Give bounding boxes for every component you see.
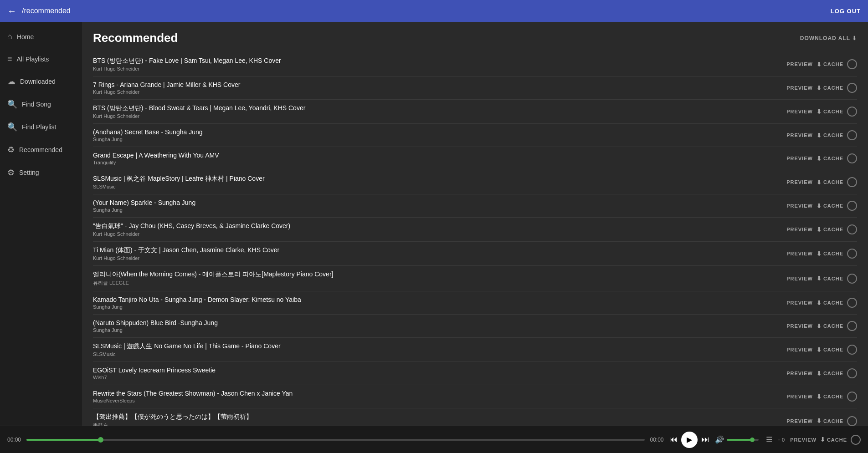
- cache-label: CACHE: [823, 156, 843, 161]
- circle-button[interactable]: [847, 392, 857, 402]
- cache-icon: ⬇: [817, 393, 822, 400]
- home-icon: ⌂: [7, 32, 12, 41]
- cache-label: CACHE: [823, 61, 843, 67]
- song-actions: PREVIEW ⬇ CACHE: [786, 83, 857, 93]
- song-title: 엘리니아(When the Morning Comes) - 메이플스토리 피아…: [93, 270, 786, 279]
- progress-thumb: [98, 437, 103, 443]
- cache-button[interactable]: ⬇ CACHE: [817, 61, 843, 68]
- song-artist: Tranquility: [93, 160, 786, 165]
- circle-button[interactable]: [847, 130, 857, 140]
- preview-button[interactable]: PREVIEW: [786, 300, 813, 305]
- song-actions: PREVIEW ⬇ CACHE: [786, 107, 857, 117]
- cache-label: CACHE: [823, 394, 843, 399]
- cache-button[interactable]: ⬇ CACHE: [817, 226, 843, 233]
- preview-button[interactable]: PREVIEW: [786, 132, 813, 138]
- player-preview-btn[interactable]: PREVIEW: [790, 437, 817, 443]
- preview-button[interactable]: PREVIEW: [786, 61, 813, 67]
- preview-button[interactable]: PREVIEW: [786, 156, 813, 161]
- cache-button[interactable]: ⬇ CACHE: [817, 250, 843, 257]
- sidebar-label-all-playlists: All Playlists: [17, 56, 49, 63]
- cache-button[interactable]: ⬇ CACHE: [817, 275, 843, 282]
- circle-button[interactable]: [847, 201, 857, 211]
- circle-button[interactable]: [847, 345, 857, 355]
- song-artist: Sungha Jung: [93, 207, 786, 213]
- preview-button[interactable]: PREVIEW: [786, 347, 813, 352]
- cache-button[interactable]: ⬇ CACHE: [817, 179, 843, 186]
- sidebar-item-downloaded[interactable]: ☁ Downloaded: [0, 70, 82, 93]
- preview-button[interactable]: PREVIEW: [786, 251, 813, 256]
- player-cache-btn[interactable]: ⬇ CACHE: [820, 436, 847, 443]
- circle-button[interactable]: [847, 107, 857, 117]
- cache-button[interactable]: ⬇ CACHE: [817, 132, 843, 139]
- time-end: 00:00: [650, 437, 664, 443]
- cache-button[interactable]: ⬇ CACHE: [817, 108, 843, 115]
- circle-button[interactable]: [847, 224, 857, 234]
- song-artist: Sungha Jung: [93, 327, 786, 333]
- volume-fill: [727, 439, 752, 441]
- download-all-button[interactable]: DOWNLOAD ALL ⬇: [800, 35, 857, 41]
- volume-icon[interactable]: 🔊: [715, 435, 724, 444]
- cache-button[interactable]: ⬇ CACHE: [817, 393, 843, 400]
- cache-button[interactable]: ⬇ CACHE: [817, 323, 843, 330]
- song-title: "告白氣球" - Jay Chou (KHS, Casey Breves, & …: [93, 222, 786, 230]
- song-artist: Wish7: [93, 375, 786, 380]
- preview-button[interactable]: PREVIEW: [786, 109, 813, 114]
- circle-button[interactable]: [847, 321, 857, 331]
- circle-button[interactable]: [847, 59, 857, 69]
- progress-bar[interactable]: [26, 439, 644, 441]
- song-artist: Kurt Hugo Schneider: [93, 231, 786, 237]
- song-actions: PREVIEW ⬇ CACHE: [786, 177, 857, 187]
- cache-label: CACHE: [823, 132, 843, 138]
- cache-button[interactable]: ⬇ CACHE: [817, 346, 843, 353]
- find-song-icon: 🔍: [7, 99, 17, 109]
- cache-button[interactable]: ⬇ CACHE: [817, 370, 843, 377]
- player: 00:00 00:00 ⏮ ▶ ⏭ 🔊 ☰ ≡ 0 PREVIEW ⬇ CACH…: [0, 426, 868, 453]
- preview-button[interactable]: PREVIEW: [786, 323, 813, 329]
- cache-button[interactable]: ⬇ CACHE: [817, 203, 843, 209]
- preview-button[interactable]: PREVIEW: [786, 418, 813, 424]
- song-row: "告白氣球" - Jay Chou (KHS, Casey Breves, & …: [93, 218, 857, 242]
- prev-button[interactable]: ⏮: [669, 435, 678, 444]
- logout-button[interactable]: LOG OUT: [831, 8, 861, 15]
- song-row: 엘리니아(When the Morning Comes) - 메이플스토리 피아…: [93, 266, 857, 291]
- song-row: 【驾出推薦】【僕が死のうと思ったのは】【萤雨初祈】 手鼓左 PREVIEW ⬇ …: [93, 408, 857, 426]
- cache-button[interactable]: ⬇ CACHE: [817, 155, 843, 162]
- play-button[interactable]: ▶: [681, 432, 698, 448]
- circle-button[interactable]: [847, 177, 857, 187]
- preview-button[interactable]: PREVIEW: [786, 394, 813, 399]
- volume-bar[interactable]: [727, 439, 759, 441]
- song-actions: PREVIEW ⬇ CACHE: [786, 224, 857, 234]
- circle-button[interactable]: [847, 153, 857, 163]
- circle-button[interactable]: [847, 274, 857, 284]
- sidebar-item-setting[interactable]: ⚙ Setting: [0, 161, 82, 184]
- preview-button[interactable]: PREVIEW: [786, 227, 813, 232]
- sidebar-item-find-playlist[interactable]: 🔍 Find Playlist: [0, 116, 82, 138]
- preview-button[interactable]: PREVIEW: [786, 179, 813, 185]
- sidebar-item-recommended[interactable]: ♻ Recommended: [0, 138, 82, 161]
- back-button[interactable]: ←: [7, 6, 16, 16]
- cache-button[interactable]: ⬇ CACHE: [817, 85, 843, 92]
- circle-button[interactable]: [847, 416, 857, 426]
- song-artist: Sungha Jung: [93, 137, 786, 142]
- circle-button[interactable]: [847, 249, 857, 259]
- player-circle-btn[interactable]: [851, 435, 861, 445]
- preview-button[interactable]: PREVIEW: [786, 371, 813, 376]
- circle-button[interactable]: [847, 368, 857, 378]
- circle-button[interactable]: [847, 298, 857, 308]
- preview-button[interactable]: PREVIEW: [786, 85, 813, 91]
- sidebar-item-find-song[interactable]: 🔍 Find Song: [0, 93, 82, 116]
- playlist-icon[interactable]: ☰: [766, 435, 772, 444]
- preview-button[interactable]: PREVIEW: [786, 276, 813, 281]
- song-info: 7 Rings - Ariana Grande | Jamie Miller &…: [93, 81, 786, 95]
- sidebar-item-home[interactable]: ⌂ Home: [0, 25, 82, 48]
- song-row: BTS (방탄소년단) - Fake Love | Sam Tsui, Mega…: [93, 52, 857, 76]
- sidebar-item-all-playlists[interactable]: ≡ All Playlists: [0, 48, 82, 70]
- cache-button[interactable]: ⬇ CACHE: [817, 300, 843, 306]
- preview-button[interactable]: PREVIEW: [786, 203, 813, 209]
- song-row: BTS (방탄소년단) - Blood Sweat & Tears | Mega…: [93, 100, 857, 124]
- next-button[interactable]: ⏭: [701, 435, 709, 444]
- song-actions: PREVIEW ⬇ CACHE: [786, 153, 857, 163]
- song-row: (Your Name) Sparkle - Sungha Jung Sungha…: [93, 194, 857, 218]
- circle-button[interactable]: [847, 83, 857, 93]
- cache-button[interactable]: ⬇ CACHE: [817, 417, 843, 424]
